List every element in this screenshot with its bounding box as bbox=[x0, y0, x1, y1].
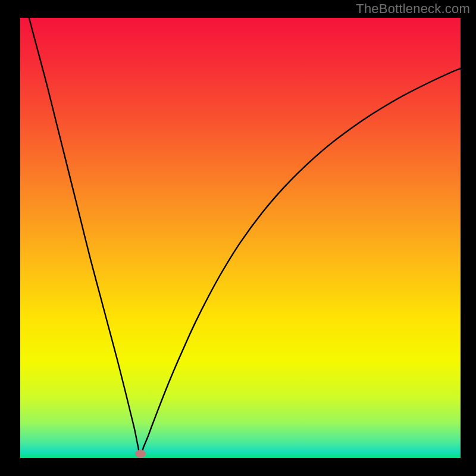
chart-plot-area bbox=[20, 18, 461, 458]
chart-background bbox=[20, 18, 461, 458]
chart-svg bbox=[20, 18, 461, 458]
watermark-text: TheBottleneck.com bbox=[356, 1, 470, 17]
chart-outer-frame: TheBottleneck.com bbox=[0, 0, 476, 476]
vertex-marker bbox=[135, 450, 146, 458]
